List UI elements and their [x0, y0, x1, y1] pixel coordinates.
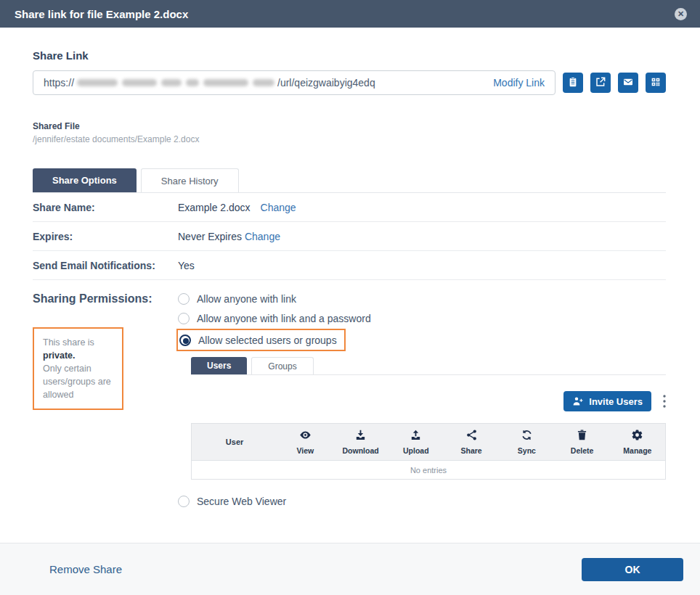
sharing-permissions-label: Sharing Permissions:: [33, 289, 178, 308]
invite-users-label: Invite Users: [589, 396, 643, 407]
clipboard-icon: [567, 76, 579, 90]
secure-web-viewer-label: Secure Web Viewer: [197, 496, 286, 507]
share-name-change-link[interactable]: Change: [261, 202, 296, 213]
sharing-permissions-section: Sharing Permissions: This share is priva…: [33, 280, 666, 511]
table-header: User View Download Upload: [192, 424, 665, 460]
invite-users-button[interactable]: Invite Users: [563, 391, 651, 411]
share-column-header: Share: [444, 424, 499, 460]
share-url-suffix: /url/qeizgwaibyig4edq: [277, 77, 375, 89]
private-share-callout: This share is private. Only certain user…: [33, 327, 123, 410]
qr-code-icon: [650, 76, 662, 90]
tab-share-options[interactable]: Share Options: [33, 168, 137, 192]
tab-users[interactable]: Users: [191, 357, 247, 374]
users-groups-tabs: Users Groups: [191, 357, 666, 375]
open-link-button[interactable]: [590, 73, 611, 93]
dialog-footer: Remove Share OK: [0, 543, 700, 595]
eye-icon: [299, 429, 312, 444]
permission-option-anyone-password[interactable]: Allow anyone with link and a password: [178, 308, 666, 328]
share-link-dialog: Share link for file Example 2.docx ✕ Sha…: [0, 0, 700, 595]
expires-label: Expires:: [33, 231, 178, 242]
trash-icon: [576, 429, 588, 444]
remove-share-link[interactable]: Remove Share: [49, 563, 122, 575]
dialog-title: Share link for file Example 2.docx: [15, 8, 188, 20]
user-column-header: User: [192, 424, 277, 460]
callout-line-2: private.: [43, 349, 113, 362]
permission-option-label: Allow anyone with link: [197, 293, 296, 305]
delete-column-label: Delete: [571, 446, 594, 455]
permission-option-selected-users[interactable]: Allow selected users or groups: [179, 332, 337, 348]
tab-groups[interactable]: Groups: [251, 357, 313, 374]
radio-unchecked-icon[interactable]: [178, 496, 190, 507]
manage-column-header: Manage: [610, 424, 665, 460]
permission-option-label: Allow anyone with link and a password: [197, 313, 371, 324]
sharing-permissions-left: Sharing Permissions: This share is priva…: [33, 289, 178, 511]
ok-button[interactable]: OK: [582, 558, 683, 581]
share-link-input[interactable]: https:// /url/qeizgwaibyig4edq Modify Li…: [33, 70, 555, 95]
callout-line-1: This share is: [43, 336, 113, 349]
close-icon[interactable]: ✕: [675, 8, 687, 20]
sharing-permissions-right: Allow anyone with link Allow anyone with…: [178, 289, 666, 511]
share-nodes-icon: [465, 429, 478, 444]
expires-change-link[interactable]: Change: [245, 231, 280, 242]
download-column-header: Download: [333, 424, 388, 460]
modify-link-button[interactable]: Modify Link: [493, 77, 545, 89]
person-plus-icon: [572, 395, 589, 407]
permission-option-anyone[interactable]: Allow anyone with link: [178, 289, 666, 308]
sync-column-header: Sync: [499, 424, 554, 460]
callout-line-3: Only certain users/groups are allowed: [43, 362, 113, 401]
shared-file-label: Shared File: [33, 121, 666, 131]
share-link-label: Share Link: [33, 49, 666, 62]
view-column-label: View: [296, 446, 314, 455]
qr-code-button[interactable]: [646, 73, 666, 93]
external-link-icon: [595, 76, 606, 90]
dialog-tabs: Share Options Share History: [33, 168, 666, 193]
sync-icon: [521, 429, 533, 444]
email-notifications-label: Send Email Notifications:: [33, 260, 178, 271]
expires-value: Never Expires: [178, 231, 242, 242]
radio-unchecked-icon[interactable]: [178, 313, 190, 324]
radio-checked-icon[interactable]: [179, 335, 191, 346]
delete-column-header: Delete: [554, 424, 609, 460]
dialog-header: Share link for file Example 2.docx ✕: [0, 0, 700, 28]
redacted-url-segment: [77, 79, 274, 86]
email-notifications-value: Yes: [178, 260, 195, 271]
shared-file-path: /jennifer/estate documents/Example 2.doc…: [33, 134, 666, 144]
view-column-header: View: [277, 424, 333, 460]
share-column-label: Share: [461, 446, 482, 455]
empty-table-message: No entries: [192, 460, 665, 479]
tab-share-history[interactable]: Share History: [141, 168, 239, 192]
email-notifications-row: Send Email Notifications: Yes: [33, 251, 666, 280]
gear-icon: [631, 429, 643, 444]
radio-unchecked-icon[interactable]: [178, 293, 190, 305]
upload-column-label: Upload: [403, 446, 429, 455]
upload-column-header: Upload: [388, 424, 444, 460]
user-column-label: User: [226, 438, 243, 446]
permission-option-secure-web-viewer[interactable]: Secure Web Viewer: [178, 491, 666, 511]
expires-row: Expires: Never Expires Change: [33, 222, 666, 251]
share-name-value: Example 2.docx: [178, 202, 251, 213]
share-name-row: Share Name: Example 2.docx Change: [33, 193, 666, 222]
dialog-body: Share Link https:// /url/qeizgwaibyig4ed…: [0, 28, 700, 543]
permission-option-label: Allow selected users or groups: [198, 335, 337, 346]
invite-toolbar: Invite Users: [191, 391, 666, 411]
selected-permission-highlight: Allow selected users or groups: [176, 329, 346, 351]
envelope-icon: [622, 76, 634, 90]
manage-column-label: Manage: [623, 446, 651, 455]
sync-column-label: Sync: [518, 446, 536, 455]
users-permissions-table: User View Download Upload: [191, 423, 666, 480]
copy-link-button[interactable]: [563, 73, 583, 93]
share-link-row: https:// /url/qeizgwaibyig4edq Modify Li…: [33, 70, 666, 95]
download-icon: [354, 429, 367, 444]
share-url-prefix: https://: [44, 77, 74, 89]
kebab-menu-icon[interactable]: [663, 395, 666, 408]
upload-icon: [410, 429, 422, 444]
download-column-label: Download: [342, 446, 378, 455]
email-link-button[interactable]: [618, 73, 638, 93]
share-name-label: Share Name:: [33, 202, 178, 213]
